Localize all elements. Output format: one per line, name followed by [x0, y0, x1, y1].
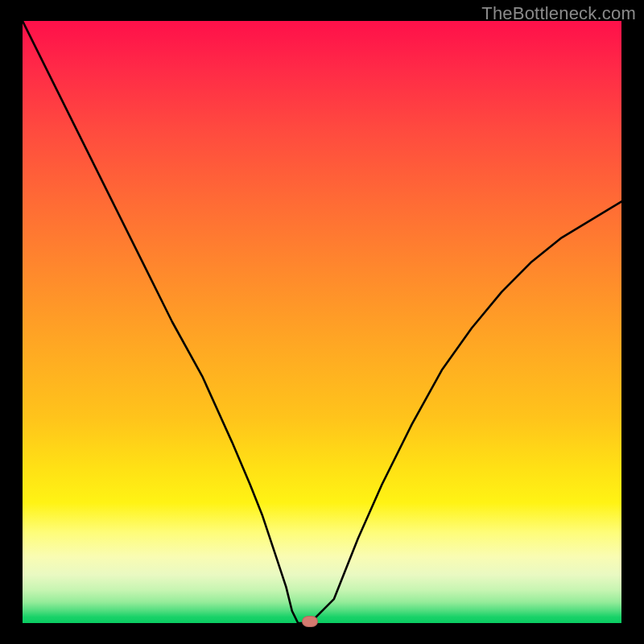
optimum-marker: [302, 616, 318, 627]
chart-container: TheBottleneck.com: [0, 0, 644, 644]
bottleneck-curve: [23, 21, 621, 623]
plot-area: [23, 21, 621, 623]
